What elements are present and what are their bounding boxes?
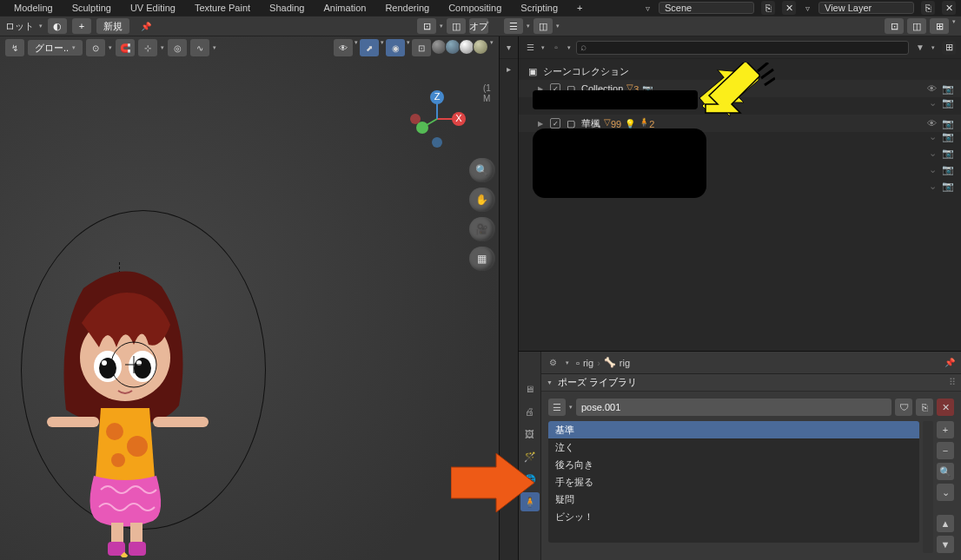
tl-zoom-icon[interactable]: 🔍 — [469, 158, 494, 182]
hdr3-btn-2[interactable]: ◫ — [534, 18, 553, 34]
pose-item-2[interactable]: 後ろ向き — [548, 456, 919, 473]
new-button[interactable]: 新規 — [96, 18, 129, 34]
vis-icon[interactable]: ⌄ — [929, 181, 937, 192]
pose-list-scrollbar[interactable] — [923, 421, 933, 553]
pin-icon[interactable]: 📌 — [944, 357, 956, 369]
breadcrumb[interactable]: ▫ rig › 🦴 rig — [576, 357, 630, 368]
pose-library-panel-header[interactable]: ▼ ポーズ ライブラリ ⠿ — [541, 374, 961, 392]
hdr3-btn-1[interactable]: ☰ — [504, 18, 523, 34]
panel-disclosure-icon[interactable]: ▼ — [547, 379, 553, 385]
pose-specials-button[interactable]: ⌄ — [937, 484, 954, 501]
pin-icon[interactable]: 📌 — [140, 20, 152, 32]
scene-delete-button[interactable]: ✕ — [782, 1, 796, 15]
tab-texturepaint[interactable]: Texture Paint — [186, 1, 259, 15]
outliner-filter-icon[interactable]: ▼ — [914, 42, 926, 54]
pose-item-5[interactable]: ビシッ！ — [548, 508, 919, 525]
tl-grid-icon[interactable]: ▦ — [469, 247, 494, 271]
fake-user-button[interactable]: 🛡 — [895, 399, 912, 416]
3d-viewport[interactable]: ↯ グロー..▾ ⊙▾ 🧲 ⊹▾ ◎ ∿▾ 👁▾ ⬈▾ ◉▾ ⊡ ▾ — [0, 36, 500, 560]
add-pose-button[interactable]: + — [937, 421, 954, 438]
xray-icon[interactable]: ⊡ — [412, 39, 431, 56]
shading-rendered-icon[interactable] — [473, 39, 488, 55]
gizmo-toggle-icon[interactable]: ⬈ — [360, 39, 379, 56]
panel-menu-icon[interactable]: ⠿ — [949, 377, 956, 388]
tab-scripting[interactable]: Scripting — [512, 1, 567, 15]
outliner-tree[interactable]: ▣ シーンコレクション ▶ ▢ Collection ▽3 📷 — [519, 59, 961, 351]
vis-icon[interactable]: ⌄ — [929, 131, 937, 142]
tl-opt-icon[interactable]: ▸ — [503, 63, 515, 75]
pose-item-4[interactable]: 疑問 — [548, 491, 919, 508]
viewlayer-delete-button[interactable]: ✕ — [942, 1, 956, 15]
tab-rendering[interactable]: Rendering — [376, 1, 438, 15]
pose-item-1[interactable]: 泣く — [548, 438, 919, 456]
hdr-btn-3[interactable]: ⊞ — [930, 18, 949, 34]
remove-pose-button[interactable]: − — [937, 442, 954, 459]
viewlayer-field[interactable]: View Layer — [819, 2, 914, 14]
scene-new-button[interactable]: ⎘ — [761, 1, 775, 15]
tab-animation[interactable]: Animation — [315, 1, 374, 15]
vis-icon[interactable]: ⌄ — [929, 164, 937, 175]
collection-checkbox[interactable] — [550, 118, 560, 128]
overlay-toggle-icon[interactable]: ◉ — [386, 39, 405, 56]
orientation-field[interactable]: グロー..▾ — [28, 40, 83, 56]
action-browse-icon[interactable]: ☰ — [548, 399, 566, 416]
outliner-new-collection-button[interactable]: ⊞ — [942, 41, 956, 55]
snap-target-icon[interactable]: ⊹ — [138, 39, 157, 56]
ptab-viewlayer-icon[interactable]: 🖼 — [520, 425, 540, 444]
tab-compositing[interactable]: Compositing — [440, 1, 510, 15]
render-vis-icon[interactable]: 📷 — [942, 83, 954, 95]
action-name-field[interactable]: pose.001 — [576, 399, 891, 416]
add-workspace-button[interactable]: + — [568, 1, 586, 15]
tab-uvediting[interactable]: UV Editing — [122, 1, 184, 15]
render-icon[interactable]: 📷 — [942, 181, 954, 192]
cursor-tool-icon[interactable]: ↯ — [5, 39, 24, 56]
pivot-label: ロット — [5, 20, 34, 33]
hdr2-btn-1[interactable]: ⊡ — [417, 18, 436, 34]
tab-sculpting[interactable]: Sculpting — [63, 1, 120, 15]
navigation-gizmo[interactable]: X Z — [407, 89, 467, 149]
ptab-output-icon[interactable]: 🖨 — [520, 402, 540, 421]
move-pose-down-button[interactable]: ▼ — [937, 536, 954, 553]
render-icon[interactable]: 📷 — [942, 164, 954, 175]
propedit-icon[interactable]: ◎ — [168, 39, 187, 56]
unlink-action-button[interactable]: ✕ — [937, 399, 954, 416]
duplicate-action-button[interactable]: ⎘ — [916, 399, 933, 416]
props-editor-icon[interactable]: ⚙ — [547, 357, 559, 369]
scene-field[interactable]: Scene — [659, 2, 754, 14]
outliner-display-icon[interactable]: ▫ — [550, 42, 562, 54]
propedit-type-icon[interactable]: ∿ — [190, 39, 209, 56]
vis-icon[interactable]: ⌄ — [929, 97, 937, 109]
timeline-menu-icon[interactable]: ▾ — [503, 42, 515, 54]
add-icon[interactable]: + — [72, 18, 91, 34]
tab-modeling[interactable]: Modeling — [5, 1, 62, 15]
viewlayer-new-button[interactable]: ⎘ — [921, 1, 935, 15]
apply-pose-button[interactable]: 🔍 — [937, 463, 954, 480]
tl-pan-icon[interactable]: ✋ — [469, 188, 494, 212]
hdr-btn-1[interactable]: ⊡ — [885, 18, 904, 34]
visibility-icon[interactable]: 👁 — [927, 83, 937, 95]
svg-rect-18 — [153, 417, 209, 427]
move-pose-up-button[interactable]: ▲ — [937, 515, 954, 532]
render-icon[interactable]: 📷 — [942, 148, 954, 159]
hdr2-btn-2[interactable]: ◫ — [447, 18, 466, 34]
disclosure-icon[interactable]: ▶ — [538, 120, 547, 128]
outliner-editor-icon[interactable]: ☰ — [524, 42, 536, 54]
vis-gizmo-icon[interactable]: 👁 — [334, 39, 353, 56]
pose-item-0[interactable]: 基準 — [548, 421, 919, 438]
pivot-icon[interactable]: ⊙ — [86, 39, 105, 56]
hdr2-btn-3[interactable]: オプ — [469, 18, 488, 34]
snap-icon[interactable]: 🧲 — [116, 39, 135, 56]
tl-cam-icon[interactable]: 🎥 — [469, 217, 494, 241]
render-icon[interactable]: 📷 — [942, 97, 954, 109]
character-model[interactable] — [31, 262, 222, 557]
vis-icon[interactable]: ⌄ — [929, 148, 937, 159]
render-icon[interactable]: 📷 — [942, 131, 954, 142]
shading-modes[interactable] — [433, 39, 488, 56]
pose-list[interactable]: 基準 泣く 後ろ向き 手を握る 疑問 ビシッ！ — [548, 421, 919, 543]
hdr-btn-2[interactable]: ◫ — [907, 18, 926, 34]
orientation-icon[interactable]: ◐ — [48, 18, 67, 34]
outliner-search-input[interactable] — [576, 41, 909, 55]
ptab-render-icon[interactable]: 🖥 — [520, 379, 540, 399]
tab-shading[interactable]: Shading — [261, 1, 313, 15]
pose-item-3[interactable]: 手を握る — [548, 473, 919, 491]
